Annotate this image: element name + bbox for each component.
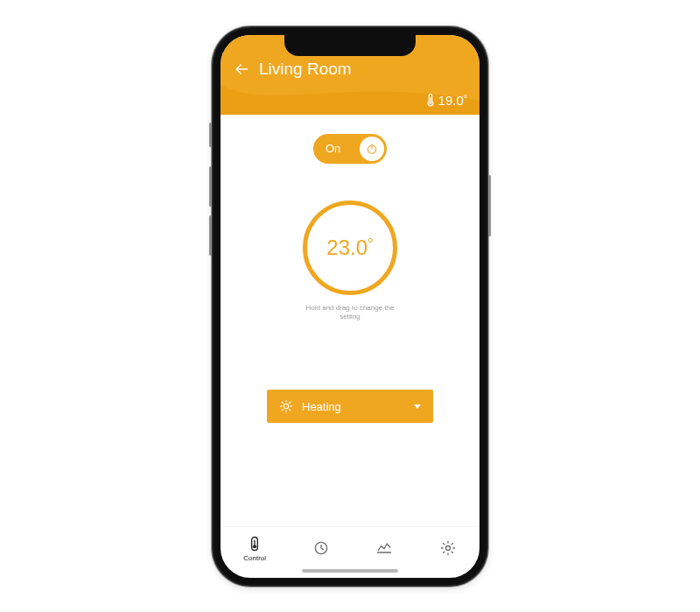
dial-hint-text: Hold and drag to change the setting [298, 304, 402, 322]
phone-notch [284, 35, 416, 56]
power-icon [365, 142, 379, 156]
temperature-dial[interactable]: 23.0 [303, 200, 397, 295]
app-body: On 23.0 Hold and drag to change the sett… [220, 115, 480, 527]
sun-icon [279, 399, 293, 413]
nav-history[interactable] [375, 539, 393, 557]
chart-line-icon [375, 539, 393, 557]
nav-settings[interactable] [439, 539, 457, 557]
thermostat-icon [246, 535, 263, 552]
phone-side-button [209, 215, 212, 256]
svg-rect-1 [430, 97, 430, 102]
svg-line-12 [290, 402, 290, 403]
target-temperature-value: 23.0 [326, 236, 373, 260]
current-temperature-value: 19.0 [438, 93, 467, 108]
gear-icon [439, 539, 457, 557]
power-toggle[interactable]: On [313, 134, 387, 164]
chevron-down-icon [414, 404, 421, 409]
phone-screen: Living Room 19.0 On [220, 35, 480, 578]
thermometer-icon [426, 93, 435, 107]
page-title: Living Room [259, 60, 352, 79]
svg-line-9 [282, 402, 283, 403]
phone-frame: Living Room 19.0 On [212, 26, 488, 587]
svg-point-14 [253, 545, 256, 548]
clock-icon [312, 539, 330, 557]
phone-side-button [488, 175, 491, 236]
svg-point-4 [284, 404, 288, 409]
nav-control[interactable]: Control [243, 535, 266, 562]
arrow-left-icon [233, 60, 250, 78]
current-temperature: 19.0 [233, 93, 467, 108]
phone-side-button [209, 166, 212, 207]
power-toggle-label: On [326, 142, 340, 155]
nav-schedule[interactable] [312, 539, 330, 557]
svg-line-11 [282, 410, 283, 411]
nav-control-label: Control [243, 554, 266, 562]
phone-side-button [209, 123, 212, 147]
mode-dropdown-label: Heating [302, 400, 341, 413]
svg-point-0 [429, 102, 431, 105]
svg-point-17 [445, 546, 450, 551]
svg-line-10 [290, 410, 290, 411]
home-indicator [302, 569, 398, 573]
mode-dropdown[interactable]: Heating [267, 390, 433, 423]
back-button[interactable] [233, 60, 250, 78]
power-toggle-knob [360, 137, 384, 161]
